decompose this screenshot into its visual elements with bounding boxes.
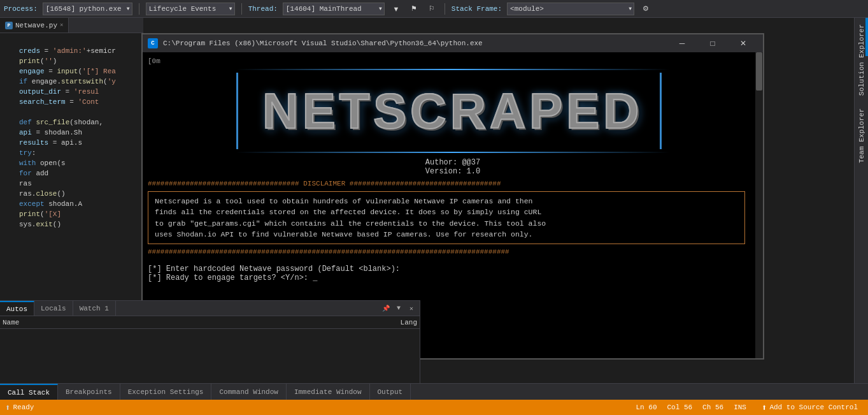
python-icon: P: [5, 22, 13, 29]
lifecycle-dropdown[interactable]: Lifecycle Events: [146, 3, 235, 15]
terminal-scrollbar-thumb: [756, 52, 762, 91]
maximize-button[interactable]: □: [698, 34, 727, 52]
panel-column-header: Name Lang: [0, 316, 420, 329]
code-line: results = api.s: [0, 138, 143, 148]
code-line: [0, 36, 143, 46]
toolbar-separator-3: [445, 3, 445, 15]
code-line: except shodan.A: [0, 199, 143, 209]
tab-locals[interactable]: Locals: [34, 301, 73, 316]
source-control-icon: ⬆: [762, 402, 767, 413]
code-line: with open(s: [0, 158, 143, 168]
right-border: [660, 73, 662, 149]
status-ready: ⬆ Ready: [5, 402, 34, 413]
panel-dropdown-icon[interactable]: ▼: [393, 303, 404, 314]
stack-dropdown[interactable]: <module>: [507, 3, 634, 15]
terminal-scrollbar[interactable]: [755, 52, 763, 358]
col-lang-header: Lang: [130, 319, 417, 326]
code-line: api = shodan.Sh: [0, 127, 143, 138]
source-control-btn[interactable]: ⬆ Add to Source Control: [757, 402, 863, 413]
tab-exception-settings[interactable]: Exception Settings: [120, 384, 212, 400]
code-content: creds = 'admin:'+semicr print('') engage…: [0, 33, 143, 232]
settings-icon[interactable]: ⚙: [639, 3, 652, 15]
code-line: creds = 'admin:'+semicr: [0, 46, 143, 56]
disclaimer-box: Netscraped is a tool used to obtain hund…: [148, 191, 745, 244]
code-line: print('[X]: [0, 209, 143, 219]
code-line: search_term = 'Cont: [0, 97, 143, 107]
code-line: engage = input('[*] Rea: [0, 66, 143, 76]
tab-breakpoints[interactable]: Breakpoints: [58, 384, 120, 400]
status-ln: Ln 60: [636, 404, 657, 411]
status-ch: Ch 56: [702, 404, 723, 411]
panel-close-icon[interactable]: ✕: [406, 303, 417, 314]
code-line: def src_file(shodan,: [0, 117, 143, 127]
code-line: ras: [0, 178, 143, 189]
code-line: if engage.startswith('y: [0, 76, 143, 87]
code-line: sys.exit(): [0, 219, 143, 229]
version-line: Version: 1.0: [148, 167, 758, 176]
terminal-escape-code: [0m: [148, 57, 758, 65]
panel-tab-bar: Autos Locals Watch 1 📌 ▼ ✕: [0, 301, 420, 316]
code-line: output_dir = 'resul: [0, 87, 143, 97]
toolbar-separator-1: [139, 3, 139, 15]
prompt-2: [*] Ready to engage targets? <Y/n>: _: [148, 273, 758, 282]
prompt-1: [*] Enter hardcoded Netwave password (De…: [148, 265, 758, 273]
close-tab-icon[interactable]: ×: [60, 22, 63, 29]
file-tab-bar: P Netwave.py ×: [0, 18, 143, 33]
left-border: [236, 73, 238, 149]
filter-icon[interactable]: ▼: [390, 3, 402, 15]
process-label: Process:: [4, 5, 38, 13]
border-top: [236, 69, 669, 70]
toolbar-separator-2: [241, 3, 242, 15]
ascii-title: NETSCRAPED: [262, 82, 643, 140]
terminal-titlebar: C C:\Program Files (x86)\Microsoft Visua…: [143, 34, 763, 52]
status-ins: INS: [734, 404, 746, 411]
code-line: [0, 107, 143, 117]
debug-tab-bar: Call Stack Breakpoints Exception Setting…: [0, 383, 868, 400]
status-ready-text: Ready: [13, 404, 34, 411]
thread-dropdown[interactable]: [14604] MainThread: [283, 3, 385, 15]
panel-pin-icon[interactable]: 📌: [380, 303, 392, 314]
file-tab-netwave[interactable]: P Netwave.py ×: [0, 18, 69, 33]
ready-icon: ⬆: [5, 402, 10, 413]
col-name-header: Name: [3, 319, 130, 326]
border-bottom: [236, 152, 669, 153]
code-line: for add: [0, 168, 143, 178]
tab-output[interactable]: Output: [370, 384, 411, 400]
thread-label: Thread:: [248, 5, 278, 13]
disclaimer-text: Netscraped is a tool used to obtain hund…: [155, 196, 738, 240]
stop-flag-icon[interactable]: ⚐: [425, 3, 438, 15]
tab-immediate-window[interactable]: Immediate Window: [287, 384, 370, 400]
code-line: print(''): [0, 56, 143, 66]
tab-call-stack[interactable]: Call Stack: [0, 384, 58, 400]
autos-panel: Autos Locals Watch 1 📌 ▼ ✕ Name Lang: [0, 300, 420, 383]
terminal-controls: ─ □ ✕: [667, 34, 758, 52]
terminal-app-icon: C: [148, 38, 158, 48]
process-dropdown[interactable]: [16548] python.exe: [43, 3, 132, 15]
tab-command-window[interactable]: Command Window: [211, 384, 286, 400]
spacer: [148, 257, 758, 265]
source-control-text: Add to Source Control: [769, 404, 858, 411]
ascii-art-container: NETSCRAPED: [148, 69, 758, 153]
minimize-button[interactable]: ─: [667, 34, 697, 52]
right-sidebar: Solution Explorer Team Explorer: [854, 18, 868, 383]
code-line: ras.close(): [0, 189, 143, 199]
tab-autos[interactable]: Autos: [0, 301, 34, 316]
status-bar: ⬆ Ready Ln 60 Col 56 Ch 56 INS ⬆ Add to …: [0, 400, 868, 415]
panel-tab-controls: 📌 ▼ ✕: [380, 303, 420, 314]
top-toolbar: Process: [16548] python.exe Lifecycle Ev…: [0, 0, 868, 18]
flag-icon[interactable]: ⚑: [408, 3, 420, 15]
hash-line-bottom: ########################################…: [148, 248, 758, 256]
code-line: try:: [0, 148, 143, 158]
ascii-title-wrapper: NETSCRAPED: [236, 73, 669, 149]
author-line: Author: @@37: [148, 158, 758, 167]
stack-label: Stack Frame:: [452, 5, 502, 13]
hash-line-top: #################################### DIS…: [148, 180, 758, 187]
author-version-block: Author: @@37 Version: 1.0: [148, 158, 758, 176]
terminal-title: C:\Program Files (x86)\Microsoft Visual …: [163, 40, 662, 47]
sidebar-tab-team-explorer[interactable]: Team Explorer: [856, 102, 867, 170]
tab-watch1[interactable]: Watch 1: [73, 301, 116, 316]
close-button[interactable]: ✕: [729, 34, 758, 52]
sidebar-handle[interactable]: [865, 18, 868, 56]
status-col: Col 56: [667, 404, 693, 411]
status-right: Ln 60 Col 56 Ch 56 INS ⬆ Add to Source C…: [636, 402, 863, 413]
